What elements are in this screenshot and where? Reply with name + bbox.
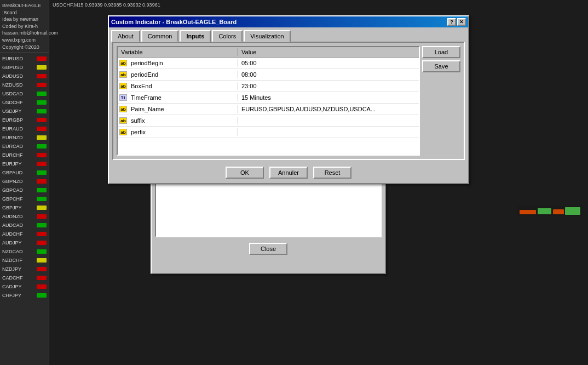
ok-button[interactable]: OK xyxy=(226,167,264,179)
tab-common[interactable]: Common xyxy=(141,30,179,42)
sidebar-item-eurcad[interactable]: EURCAD xyxy=(0,142,49,151)
dialog-help-btn[interactable]: ? xyxy=(447,18,456,26)
sidebar-item-indicator xyxy=(37,170,47,175)
sidebar-item-label: EURCAD xyxy=(2,144,36,149)
row-type-icon: ab xyxy=(119,129,127,135)
row-type-icon: ab xyxy=(119,106,127,112)
row-variable-value[interactable]: 15 Minutes xyxy=(238,94,419,101)
sidebar-item-gbpcad[interactable]: GBPCAD xyxy=(0,186,49,195)
annuler-button[interactable]: Annuler xyxy=(269,167,308,179)
sidebar-item-indicator xyxy=(37,118,47,122)
mini-chart-indicator xyxy=(517,206,583,216)
sidebar-item-indicator xyxy=(37,284,47,289)
table-row[interactable]: absuffix xyxy=(118,115,419,127)
sidebar-item-gbpjpy[interactable]: GBPJPY xyxy=(0,203,49,212)
close-button[interactable]: Close xyxy=(249,243,287,255)
tab-about[interactable]: About xyxy=(111,30,140,42)
ab-icon: ab xyxy=(118,69,129,80)
dialog-tabs: About Common Inputs Colors Visualization xyxy=(109,27,468,42)
sidebar-item-label: AUDJPY xyxy=(2,240,36,246)
save-button[interactable]: Save xyxy=(422,60,460,72)
ab-icon: ab xyxy=(118,127,129,138)
svg-rect-1 xyxy=(520,210,536,214)
table-rows-container: abperiodBegin05:00abperiodEnd08:00abBoxE… xyxy=(118,58,419,138)
tab-colors[interactable]: Colors xyxy=(212,30,243,42)
ab-icon: ab xyxy=(118,58,129,69)
ab-icon: ab xyxy=(118,104,129,115)
load-button[interactable]: Load xyxy=(422,46,460,58)
sidebar-item-usdcad[interactable]: USDCAD xyxy=(0,89,49,98)
sidebar-item-eurgbp[interactable]: EURGBP xyxy=(0,116,49,124)
sidebar-item-label: NZDCAD xyxy=(2,249,36,254)
sidebar-item-audjpy[interactable]: AUDJPY xyxy=(0,238,49,247)
sidebar-item-label: AUDNZD xyxy=(2,214,36,219)
sidebar-item-eurchf[interactable]: EURCHF xyxy=(0,151,49,159)
sidebar-item-usdjpy[interactable]: USDJPY xyxy=(0,107,49,116)
sidebar-item-label: GBPCHF xyxy=(2,196,36,202)
sidebar-item-audchf[interactable]: AUDCHF xyxy=(0,230,49,238)
sidebar-item-indicator xyxy=(37,214,47,219)
sidebar-item-label: GBPNZD xyxy=(2,179,36,184)
sidebar-item-cadjpy[interactable]: CADJPY xyxy=(0,282,49,291)
sidebar-item-indicator xyxy=(37,276,47,280)
background-dialog-bottom: Close xyxy=(152,241,385,257)
variables-table: Variable Value abperiodBegin05:00abperio… xyxy=(117,46,420,156)
sidebar-item-cadchf[interactable]: CADCHF xyxy=(0,273,49,282)
sidebar-item-label: AUDCAD xyxy=(2,223,36,228)
row-variable-value[interactable]: 23:00 xyxy=(238,82,419,90)
row-type-icon: ab xyxy=(119,71,127,78)
row-variable-value[interactable]: 08:00 xyxy=(238,71,419,78)
table-row[interactable]: abperiodBegin05:00 xyxy=(118,58,419,69)
table-row[interactable]: abBoxEnd23:00 xyxy=(118,81,419,92)
row-variable-value[interactable]: EURUSD,GBPUSD,AUDUSD,NZDUSD,USDCA... xyxy=(238,105,419,113)
table-row[interactable]: abPairs_NameEURUSD,GBPUSD,AUDUSD,NZDUSD,… xyxy=(118,104,419,115)
sidebar-item-audcad[interactable]: AUDCAD xyxy=(0,221,49,230)
col-value: Value xyxy=(238,48,419,56)
sidebar-item-indicator xyxy=(37,92,47,96)
sidebar-item-euraud[interactable]: EURAUD xyxy=(0,124,49,133)
table-row[interactable]: T1TimeFrame15 Minutes xyxy=(118,92,419,104)
sidebar-item-indicator xyxy=(37,223,47,227)
svg-rect-2 xyxy=(538,208,551,214)
dialog-close-btn[interactable]: ✕ xyxy=(457,18,466,26)
tab-visualization[interactable]: Visualization xyxy=(244,30,291,42)
sidebar-item-chfjpy[interactable]: CHFJPY xyxy=(0,291,49,300)
sidebar-item-indicator xyxy=(37,267,47,271)
sidebar-item-nzdchf[interactable]: NZDCHF xyxy=(0,256,49,265)
table-row[interactable]: abperfix xyxy=(118,127,419,138)
sidebar-item-gbpusd[interactable]: GBPUSD xyxy=(0,63,49,72)
sidebar-item-nzdjpy[interactable]: NZDJPY xyxy=(0,265,49,273)
sidebar-item-nzdcad[interactable]: NZDCAD xyxy=(0,247,49,256)
row-variable-value[interactable] xyxy=(238,132,419,133)
sidebar-item-indicator xyxy=(37,135,47,140)
table-row[interactable]: abperiodEnd08:00 xyxy=(118,69,419,81)
sidebar-item-gbpnzd[interactable]: GBPNZD xyxy=(0,177,49,186)
row-variable-value[interactable] xyxy=(238,120,419,121)
sidebar-item-gbpaud[interactable]: GBPAUD xyxy=(0,168,49,177)
row-variable-value[interactable]: 05:00 xyxy=(238,59,419,67)
sidebar-item-indicator xyxy=(37,188,47,192)
sidebar-item-nzdusd[interactable]: NZDUSD xyxy=(0,81,49,89)
sidebar-item-label: GBPAUD xyxy=(2,170,36,175)
sidebar-item-label: EURGBP xyxy=(2,117,36,123)
sidebar-item-label: NZDCHF xyxy=(2,258,36,263)
sidebar-item-indicator xyxy=(37,293,47,298)
sidebar-item-label: GBPUSD xyxy=(2,65,36,70)
sidebar-item-usdchf[interactable]: USDCHF xyxy=(0,98,49,107)
sidebar-item-audnzd[interactable]: AUDNZD xyxy=(0,212,49,221)
reset-button[interactable]: Reset xyxy=(313,167,351,179)
sidebar-item-eurnzd[interactable]: EURNZD xyxy=(0,133,49,142)
row-variable-name: periodEnd xyxy=(129,71,238,78)
sidebar-item-label: GBPCAD xyxy=(2,187,36,193)
sidebar-item-audusd[interactable]: AUDUSD xyxy=(0,72,49,81)
sidebar-items-container: EURUSDGBPUSDAUDUSDNZDUSDUSDCADUSDCHFUSDJ… xyxy=(0,54,49,300)
sidebar-item-gbpchf[interactable]: GBPCHF xyxy=(0,195,49,203)
side-buttons-container: Load Save xyxy=(422,46,460,156)
sidebar-item-eurusd[interactable]: EURUSD xyxy=(0,54,49,63)
sidebar-item-label: CHFJPY xyxy=(2,293,36,298)
row-type-icon: ab xyxy=(119,117,127,124)
row-type-icon: ab xyxy=(119,60,127,66)
sidebar-item-indicator xyxy=(37,153,47,157)
sidebar-item-eurjpy[interactable]: EURJPY xyxy=(0,159,49,168)
tab-inputs[interactable]: Inputs xyxy=(180,30,211,42)
